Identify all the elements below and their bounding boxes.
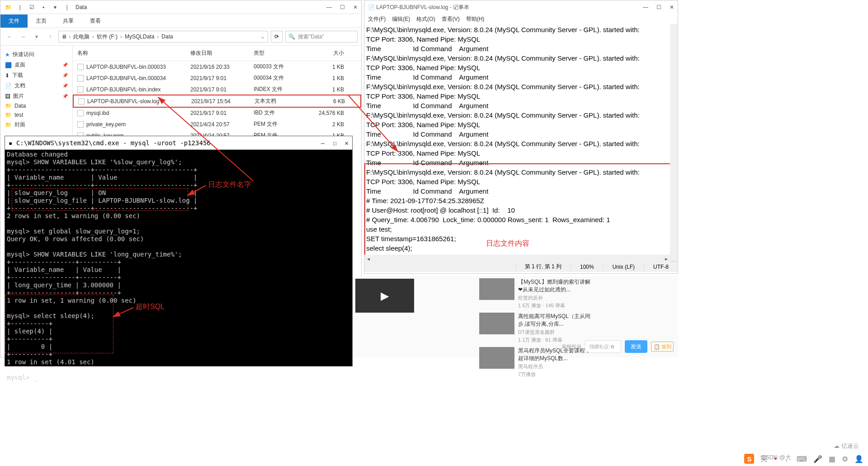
table-row[interactable]: LAPTOP-BJUBNFVL-bin.0000342021/9/17 9:01… [73, 72, 361, 84]
file-icon [77, 75, 84, 81]
sidebar-item-downloads[interactable]: ⬇下载📌 [0, 70, 72, 81]
notepad-content[interactable]: F:\MySQL\bin\mysqld.exe, Version: 8.0.24… [364, 24, 678, 261]
explorer-titlebar[interactable]: 📁 | ☑ ▪ ▾ | Data — ☐ ✕ [0, 0, 361, 14]
notepad-menubar: 文件(F) 编辑(E) 格式(O) 查看(V) 帮助(H) [364, 14, 678, 24]
col-size[interactable]: 大小 [303, 49, 344, 57]
settings-icon[interactable]: ⚙ [842, 455, 848, 463]
col-type[interactable]: 类型 [254, 49, 303, 57]
send-button[interactable]: 发送 [625, 340, 647, 353]
search-icon: 🔍 [288, 33, 295, 40]
video-thumbnail [479, 347, 514, 369]
back-button[interactable]: ← [4, 31, 15, 42]
tab-share[interactable]: 共享 [55, 14, 82, 28]
sidebar-item-quick[interactable]: ★快速访问 [0, 49, 72, 60]
col-name[interactable]: 名称 [77, 49, 190, 57]
table-row[interactable]: LAPTOP-BJUBNFVL-bin.0000332021/9/16 20:3… [73, 61, 361, 72]
breadcrumb[interactable]: MySQLData [124, 33, 155, 40]
cmd-titlebar[interactable]: ▪ C:\WINDOWS\system32\cmd.exe - mysql -u… [5, 136, 352, 150]
breadcrumb[interactable]: 此电脑 [72, 33, 90, 41]
close-button[interactable]: ✕ [345, 139, 349, 147]
minimize-button[interactable]: — [326, 4, 332, 10]
ime-lang[interactable]: 英 [760, 454, 768, 464]
maximize-button[interactable]: ☐ [340, 4, 345, 10]
video-title: 【MySQL】燃到爆的索引讲解❤从未见过如此透的... [518, 278, 592, 294]
related-item[interactable]: 黑马程序员MySQL全套课程，超详细的MySQL数...黑马程序员7万播放 [479, 347, 592, 378]
horizontal-scrollbar[interactable]: ◂ ▸ [364, 255, 670, 262]
sidebar-item-documents[interactable]: 📄文档📌 [0, 81, 72, 91]
file-date: 2021/9/17 15:54 [191, 98, 255, 105]
vertical-scrollbar[interactable] [670, 24, 678, 261]
recent-dropdown[interactable]: ▾ [31, 31, 42, 42]
up-button[interactable]: ↑ [45, 31, 56, 42]
menu-edit[interactable]: 编辑(E) [392, 15, 410, 23]
file-name: LAPTOP-BJUBNFVL-slow.log [87, 98, 159, 105]
table-row[interactable]: private_key.pem2021/4/24 20:57PEM 文件2 KB [73, 119, 361, 130]
sidebar-item-cover[interactable]: 📁封面 [0, 119, 72, 130]
menu-format[interactable]: 格式(O) [416, 15, 435, 23]
tray-comma-icon[interactable]: ， [783, 454, 790, 464]
cmd-output[interactable]: Database changed mysql> SHOW VARIABLES L… [5, 150, 352, 405]
file-type: IBD 文件 [254, 109, 303, 117]
video-thumbnail[interactable]: ▶ [355, 279, 414, 313]
breadcrumb[interactable]: Data [160, 33, 174, 40]
address-bar[interactable]: 🖥› 此电脑› 软件 (F:)› MySQLData› Data ⌄ [58, 31, 268, 43]
file-name: mysql.ibd [86, 110, 109, 116]
related-item[interactable]: 【MySQL】燃到爆的索引讲解❤从未见过如此透的...欣赏的反补1.5万 播放 … [479, 278, 592, 309]
user-icon[interactable]: 👤 [854, 455, 863, 463]
table-row[interactable]: LAPTOP-BJUBNFVL-bin.index2021/9/17 9:01I… [73, 84, 361, 95]
qat-dropdown-icon[interactable]: ▾ [51, 3, 59, 11]
maximize-button[interactable]: ☐ [333, 139, 336, 147]
file-size: 1 KB [303, 75, 344, 81]
menu-help[interactable]: 帮助(H) [466, 15, 485, 23]
sidebar-item-test[interactable]: 📁test [0, 110, 72, 119]
menu-file[interactable]: 文件(F) [368, 15, 386, 23]
scroll-left-icon[interactable]: ◂ [364, 255, 372, 262]
col-date[interactable]: 修改日期 [190, 49, 254, 57]
sidebar-item-data[interactable]: 📁Data [0, 101, 72, 110]
tab-file[interactable]: 文件 [0, 14, 28, 28]
forward-button[interactable]: → [18, 31, 28, 42]
folder-icon: 📁 [4, 3, 12, 11]
annotation-box [12, 188, 188, 211]
tab-home[interactable]: 主页 [28, 14, 55, 28]
sign-button[interactable]: 📋签到 [651, 342, 674, 352]
menu-view[interactable]: 查看(V) [442, 15, 460, 23]
minimize-button[interactable]: — [643, 4, 648, 10]
breadcrumb[interactable]: 软件 (F:) [96, 33, 118, 41]
file-date: 2021/9/17 9:01 [190, 75, 254, 81]
cmd-title-text: C:\WINDOWS\system32\cmd.exe - mysql -uro… [16, 139, 211, 147]
minimize-button[interactable]: — [321, 139, 325, 147]
watermark-yisu: ☁ 亿速云 [834, 442, 859, 450]
mic-icon[interactable]: 🎤 [813, 455, 822, 463]
file-name: LAPTOP-BJUBNFVL-bin.000034 [86, 75, 166, 81]
close-button[interactable]: ✕ [353, 4, 358, 10]
file-type: 文本文档 [255, 97, 304, 105]
keyboard-icon[interactable]: ⌨ [797, 455, 807, 463]
cmd-window: ▪ C:\WINDOWS\system32\cmd.exe - mysql -u… [5, 136, 353, 366]
file-date: 2021/4/24 20:57 [190, 121, 254, 128]
sidebar-item-pictures[interactable]: 🖼图片📌 [0, 91, 72, 101]
pin-icon: 📌 [62, 83, 68, 88]
refresh-button[interactable]: ⟳ [271, 31, 283, 43]
tab-view[interactable]: 查看 [82, 14, 109, 28]
notepad-titlebar[interactable]: 📄 LAPTOP-BJUBNFVL-slow.log - 记事本 — ☐ ✕ [364, 0, 678, 14]
table-row[interactable]: LAPTOP-BJUBNFVL-slow.log2021/9/17 15:54文… [73, 95, 361, 108]
related-item[interactable]: 高性能高可用MySQL（主从同步,读写分离,分库...DT课堂原名颜群1.1万 … [479, 313, 592, 343]
close-button[interactable]: ✕ [670, 4, 674, 10]
table-row[interactable]: mysql.ibd2021/9/17 9:01IBD 文件24,576 KB [73, 107, 361, 119]
column-headers[interactable]: 名称 修改日期 类型 大小 [73, 46, 361, 61]
grid-icon[interactable]: ▦ [829, 455, 835, 463]
address-dropdown[interactable]: ⌄ [260, 33, 265, 40]
checkbox-icon[interactable]: ☑ [28, 3, 36, 11]
maximize-button[interactable]: ☐ [656, 4, 661, 10]
scroll-right-icon[interactable]: ▸ [662, 255, 670, 262]
file-date: 2021/9/16 20:33 [190, 64, 254, 70]
qat-item-icon[interactable]: ▪ [39, 3, 47, 11]
status-enc: UTF-8 [644, 264, 678, 270]
video-title: 高性能高可用MySQL（主从同步,读写分离,分库... [518, 313, 592, 328]
video-stats: 1.5万 播放 · 145 弹幕 [518, 302, 592, 309]
search-box[interactable]: 🔍 搜索"Data" [285, 31, 358, 43]
tray-dot-icon[interactable]: • [774, 455, 777, 463]
sogou-ime-icon[interactable]: S [744, 454, 754, 464]
sidebar-item-desktop[interactable]: 🟦桌面📌 [0, 60, 72, 70]
